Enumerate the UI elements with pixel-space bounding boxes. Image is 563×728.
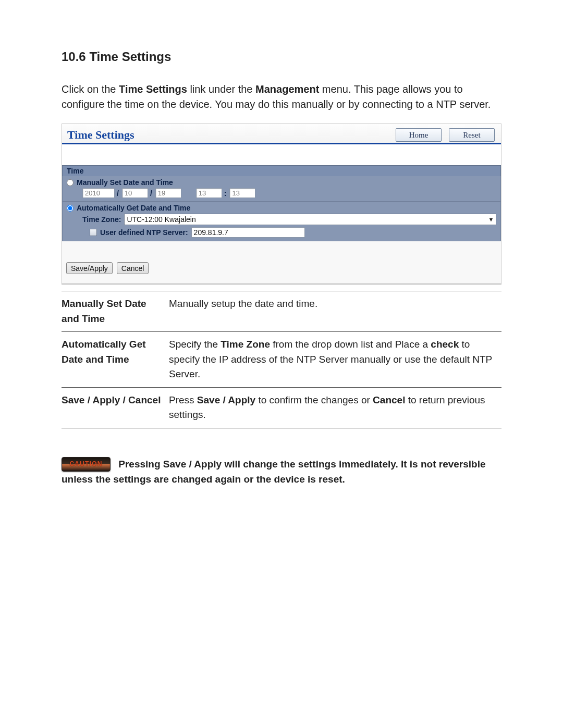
cancel-button[interactable]: Cancel bbox=[117, 262, 149, 274]
chevron-down-icon: ▼ bbox=[486, 216, 496, 223]
table-row: Manually Set Date and Time Manually setu… bbox=[62, 291, 501, 332]
timezone-select[interactable]: UTC-12:00 Kwajalein ▼ bbox=[124, 214, 496, 225]
save-apply-button[interactable]: Save/Apply bbox=[66, 262, 113, 274]
caution-icon: CAUTION bbox=[62, 457, 111, 472]
desc-val: Manually setup the date and time. bbox=[169, 291, 501, 332]
month-input[interactable] bbox=[122, 188, 148, 198]
intro-text: link under the bbox=[187, 83, 255, 95]
hour-input[interactable] bbox=[196, 188, 222, 198]
date-separator: / bbox=[149, 189, 154, 198]
panel-heading-time: Time bbox=[62, 165, 501, 176]
manual-time-label: Manually Set Date and Time bbox=[77, 178, 173, 187]
intro-menu-management: Management bbox=[255, 83, 319, 95]
minute-input[interactable] bbox=[229, 188, 255, 198]
caution-text: Pressing Save / Apply will change the se… bbox=[62, 459, 486, 485]
description-table: Manually Set Date and Time Manually setu… bbox=[62, 291, 501, 428]
time-settings-screenshot: Time Settings Home Reset Time Manually S… bbox=[62, 124, 501, 285]
desc-key: Manually Set Date and Time bbox=[62, 291, 169, 332]
year-input[interactable] bbox=[82, 188, 115, 198]
desc-key: Automatically Get Date and Time bbox=[62, 332, 169, 388]
auto-time-label: Automatically Get Date and Time bbox=[77, 204, 190, 212]
radio-manual-time[interactable] bbox=[67, 179, 74, 186]
desc-val: Press Save / Apply to confirm the change… bbox=[169, 387, 501, 428]
ntp-server-input[interactable] bbox=[191, 227, 305, 238]
day-input[interactable] bbox=[155, 188, 181, 198]
timezone-label: Time Zone: bbox=[82, 215, 121, 224]
page-title: Time Settings bbox=[67, 128, 134, 142]
timezone-value: UTC-12:00 Kwajalein bbox=[127, 215, 195, 224]
intro-link-timesettings: Time Settings bbox=[119, 83, 187, 95]
date-separator: / bbox=[116, 189, 121, 198]
radio-auto-time[interactable] bbox=[67, 205, 74, 212]
desc-val: Specify the Time Zone from the drop down… bbox=[169, 332, 501, 388]
intro-text: Click on the bbox=[62, 83, 119, 95]
reset-button[interactable]: Reset bbox=[449, 128, 495, 142]
ntp-checkbox[interactable] bbox=[90, 229, 97, 236]
home-button[interactable]: Home bbox=[396, 128, 442, 142]
caution-paragraph: CAUTION Pressing Save / Apply will chang… bbox=[62, 456, 501, 487]
ntp-label: User defined NTP Server: bbox=[100, 228, 188, 237]
table-row: Save / Apply / Cancel Press Save / Apply… bbox=[62, 387, 501, 428]
table-row: Automatically Get Date and Time Specify … bbox=[62, 332, 501, 388]
time-separator: : bbox=[223, 189, 229, 198]
desc-key: Save / Apply / Cancel bbox=[62, 387, 169, 428]
section-heading: 10.6 Time Settings bbox=[62, 50, 501, 64]
intro-paragraph: Click on the Time Settings link under th… bbox=[62, 82, 501, 112]
